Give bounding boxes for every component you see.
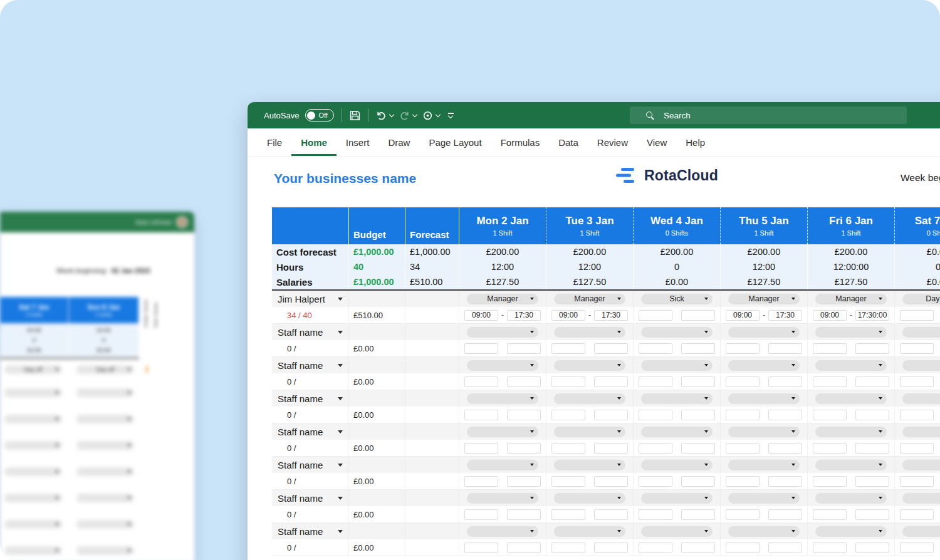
shift-start-input[interactable] (464, 542, 498, 553)
draw-tool-button[interactable] (422, 110, 433, 121)
shift-end-input[interactable] (768, 376, 802, 387)
role-dropdown[interactable] (467, 460, 538, 470)
shift-start-input[interactable] (900, 443, 934, 454)
redo-button[interactable] (399, 110, 410, 121)
shift-start-input[interactable] (813, 410, 847, 420)
draw-tool-dropdown-chevron-icon[interactable] (436, 111, 441, 117)
shift-start-input[interactable] (726, 410, 760, 420)
shift-start-input[interactable] (551, 443, 585, 454)
role-dropdown[interactable] (902, 360, 940, 371)
role-dropdown[interactable]: Sick (641, 294, 713, 304)
shift-end-input[interactable] (681, 542, 715, 553)
role-dropdown[interactable] (815, 427, 887, 437)
role-dropdown[interactable]: Manager (728, 294, 800, 304)
shift-start-input[interactable] (464, 509, 498, 520)
shift-start-input[interactable] (639, 410, 672, 420)
shift-end-input[interactable] (855, 443, 889, 454)
staff-name-dropdown[interactable]: Staff name (272, 490, 349, 506)
shift-start-input[interactable] (726, 443, 760, 454)
shift-start-input[interactable] (813, 443, 847, 454)
tab-view[interactable]: View (637, 128, 676, 156)
shift-end-input[interactable] (768, 476, 802, 487)
shift-end-input[interactable] (768, 509, 802, 520)
shift-start-input[interactable] (639, 310, 672, 321)
shift-start-input[interactable] (464, 376, 498, 387)
shift-start-input[interactable] (726, 343, 760, 354)
shift-start-input[interactable] (464, 343, 498, 354)
role-dropdown[interactable] (467, 526, 538, 537)
shift-end-input[interactable] (594, 343, 628, 354)
shift-end-input[interactable] (507, 376, 541, 387)
shift-end-input[interactable] (594, 476, 628, 487)
role-dropdown[interactable] (641, 427, 713, 437)
shift-start-input[interactable] (639, 343, 672, 354)
role-dropdown[interactable] (467, 327, 538, 338)
shift-end-input[interactable] (681, 443, 715, 454)
role-dropdown[interactable] (641, 327, 713, 338)
shift-start-input[interactable] (551, 343, 585, 354)
shift-end-input[interactable] (681, 376, 715, 387)
role-dropdown[interactable] (728, 526, 800, 537)
shift-start-input[interactable] (900, 343, 934, 354)
shift-start-input[interactable] (726, 542, 760, 553)
role-dropdown[interactable] (641, 493, 713, 504)
tab-help[interactable]: Help (676, 128, 714, 156)
shift-start-input[interactable] (813, 509, 847, 520)
role-dropdown[interactable] (554, 460, 625, 470)
shift-start-input[interactable] (900, 509, 934, 520)
role-dropdown[interactable] (467, 393, 538, 404)
shift-start-input[interactable] (464, 443, 498, 454)
role-dropdown[interactable]: Manager (815, 294, 887, 304)
shift-end-input[interactable] (681, 410, 715, 420)
shift-end-input[interactable] (681, 476, 715, 487)
shift-end-input[interactable] (768, 443, 802, 454)
quick-access-customize-button[interactable] (448, 113, 454, 118)
shift-end-input[interactable] (855, 509, 889, 520)
role-dropdown[interactable] (815, 493, 887, 504)
shift-end-input[interactable]: 17:30 (507, 310, 541, 321)
tab-formulas[interactable]: Formulas (491, 128, 550, 156)
role-dropdown[interactable] (641, 460, 713, 470)
shift-start-input[interactable]: 09:00 (464, 310, 498, 321)
shift-end-input[interactable] (594, 443, 628, 454)
shift-start-input[interactable] (464, 410, 498, 420)
role-dropdown[interactable] (467, 427, 538, 437)
shift-end-input[interactable] (681, 310, 715, 321)
tab-page-layout[interactable]: Page Layout (419, 128, 491, 156)
role-dropdown[interactable] (728, 460, 800, 470)
tab-file[interactable]: File (258, 128, 291, 156)
role-dropdown[interactable]: Manager (467, 294, 538, 304)
role-dropdown[interactable] (815, 327, 887, 338)
shift-end-input[interactable] (507, 542, 541, 553)
staff-name-dropdown[interactable]: Staff name (272, 457, 349, 473)
role-dropdown[interactable] (467, 493, 538, 504)
role-dropdown[interactable] (902, 460, 940, 470)
shift-start-input[interactable] (900, 310, 934, 321)
role-dropdown[interactable] (815, 526, 887, 537)
role-dropdown[interactable] (815, 360, 887, 371)
role-dropdown[interactable] (902, 393, 940, 404)
shift-end-input[interactable] (507, 410, 541, 420)
tab-review[interactable]: Review (588, 128, 637, 156)
shift-start-input[interactable] (726, 376, 760, 387)
shift-end-input[interactable] (681, 343, 715, 354)
shift-start-input[interactable]: 09:00 (726, 310, 760, 321)
tab-draw[interactable]: Draw (379, 128, 419, 156)
autosave-toggle[interactable]: Off (305, 109, 333, 122)
shift-start-input[interactable] (900, 542, 934, 553)
staff-name-dropdown[interactable]: Staff name (272, 390, 349, 407)
undo-dropdown-chevron-icon[interactable] (389, 111, 394, 117)
role-dropdown[interactable] (728, 427, 800, 437)
role-dropdown[interactable] (554, 427, 625, 437)
role-dropdown[interactable] (467, 360, 538, 371)
shift-start-input[interactable] (813, 476, 847, 487)
staff-name-dropdown[interactable]: Staff name (272, 324, 349, 340)
role-dropdown[interactable] (728, 327, 800, 338)
shift-end-input[interactable] (681, 509, 715, 520)
shift-start-input[interactable] (639, 376, 672, 387)
shift-start-input[interactable]: 09:00 (551, 310, 585, 321)
shift-start-input[interactable] (813, 542, 847, 553)
undo-button[interactable] (376, 110, 387, 121)
shift-start-input[interactable] (900, 376, 934, 387)
role-dropdown[interactable] (815, 393, 887, 404)
